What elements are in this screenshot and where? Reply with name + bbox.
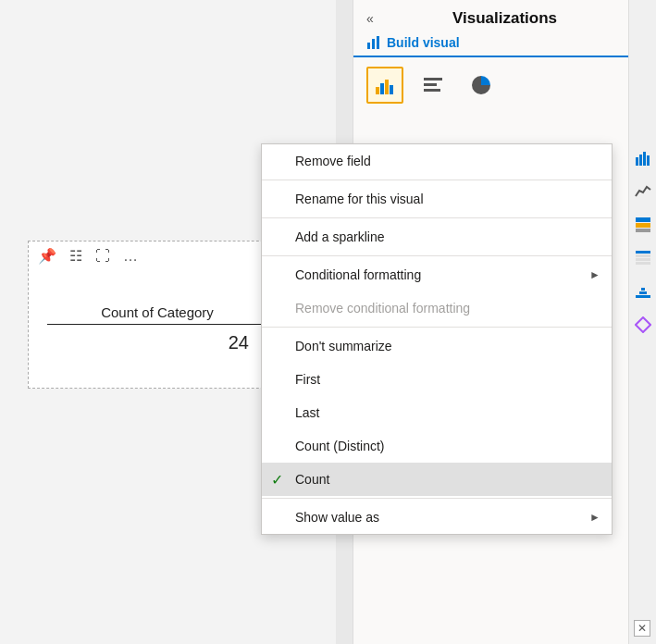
menu-item-count-label: Count	[295, 472, 329, 487]
menu-item-count-distinct-label: Count (Distinct)	[295, 439, 384, 453]
sidebar-icon-table[interactable]	[633, 248, 653, 268]
viz-panel-arrows: «	[366, 11, 374, 26]
svg-rect-10	[636, 157, 638, 166]
menu-item-remove-conditional-label: Remove conditional formatting	[295, 301, 470, 316]
close-icon: ✕	[637, 622, 647, 635]
sidebar-icon-diamond[interactable]	[633, 315, 653, 335]
menu-item-dont-summarize-label: Don't summarize	[295, 339, 392, 353]
menu-item-last[interactable]: Last	[262, 396, 612, 429]
svg-rect-4	[380, 83, 384, 94]
menu-divider-2	[262, 217, 612, 218]
close-button[interactable]: ✕	[634, 620, 650, 637]
menu-item-conditional-formatting-label: Conditional formatting	[295, 267, 421, 282]
filter-icon[interactable]: ☷	[69, 247, 82, 265]
svg-rect-14	[636, 217, 650, 222]
svg-rect-20	[636, 262, 650, 265]
build-visual-icon	[366, 35, 381, 50]
arrow-icon-show-value: ►	[589, 511, 600, 524]
viz-icon-clustered-bar[interactable]	[366, 67, 403, 104]
svg-rect-22	[639, 291, 647, 294]
expand-icon[interactable]: ⛶	[95, 248, 110, 265]
menu-item-last-label: Last	[295, 405, 319, 420]
viz-icon-bar[interactable]	[415, 67, 452, 104]
menu-item-conditional-formatting[interactable]: Conditional formatting ►	[262, 258, 612, 291]
menu-item-add-sparkline[interactable]: Add a sparkline	[262, 220, 612, 254]
svg-rect-0	[367, 43, 370, 49]
svg-rect-5	[385, 80, 389, 94]
menu-divider-4	[262, 327, 612, 328]
svg-rect-1	[372, 39, 375, 49]
svg-rect-12	[643, 152, 646, 166]
context-menu: Remove field Rename for this visual Add …	[261, 143, 613, 535]
visual-card-toolbar: 📌 ☷ ⛶ …	[29, 242, 286, 270]
svg-rect-9	[424, 89, 440, 92]
svg-rect-16	[636, 229, 650, 232]
sidebar-icon-line-chart[interactable]	[633, 181, 653, 202]
menu-item-remove-field-label: Remove field	[295, 154, 371, 168]
svg-rect-8	[424, 83, 437, 86]
arrow-left[interactable]: «	[366, 11, 374, 26]
svg-rect-7	[424, 78, 442, 80]
menu-divider-3	[262, 255, 612, 256]
svg-rect-21	[636, 295, 650, 298]
svg-rect-13	[647, 155, 650, 166]
visual-card-content: Count of Category 24	[29, 270, 286, 388]
svg-rect-15	[636, 223, 650, 228]
menu-divider-5	[262, 498, 612, 499]
svg-rect-17	[636, 251, 650, 254]
svg-rect-19	[636, 258, 650, 261]
viz-panel-title: Visualizations	[452, 9, 557, 28]
menu-item-add-sparkline-label: Add a sparkline	[295, 229, 385, 244]
menu-item-first-label: First	[295, 372, 320, 387]
svg-rect-11	[639, 155, 642, 166]
svg-rect-2	[377, 36, 379, 49]
menu-item-remove-field[interactable]: Remove field	[262, 144, 612, 178]
visual-card: 📌 ☷ ⛶ … Count of Category 24	[28, 241, 287, 389]
sidebar-icon-bar-chart[interactable]	[633, 148, 653, 168]
menu-item-rename-visual[interactable]: Rename for this visual	[262, 182, 612, 216]
pin-icon[interactable]: 📌	[38, 247, 56, 265]
check-icon-count: ✓	[271, 471, 283, 489]
svg-rect-23	[641, 288, 645, 291]
sidebar-icon-stacked-chart[interactable]	[633, 215, 653, 235]
menu-item-rename-visual-label: Rename for this visual	[295, 192, 424, 206]
viz-icon-pie[interactable]	[463, 67, 500, 104]
build-visual-label: Build visual	[387, 35, 460, 50]
menu-item-show-value-as[interactable]: Show value as ►	[262, 501, 612, 534]
menu-item-show-value-as-label: Show value as	[295, 510, 379, 525]
menu-divider-1	[262, 180, 612, 180]
viz-panel-header: « Visualizations »	[353, 0, 656, 28]
menu-item-remove-conditional: Remove conditional formatting	[262, 291, 612, 325]
menu-item-first[interactable]: First	[262, 363, 612, 396]
visual-card-title: Count of Category	[47, 304, 267, 325]
svg-rect-3	[376, 87, 379, 94]
menu-item-count[interactable]: ✓ Count	[262, 463, 612, 496]
svg-rect-6	[390, 85, 393, 94]
arrow-icon-conditional: ►	[589, 268, 600, 281]
svg-rect-18	[636, 254, 650, 257]
build-visual-tab[interactable]: Build visual	[353, 28, 656, 57]
viz-icons-row	[353, 57, 656, 109]
more-icon[interactable]: …	[123, 248, 138, 265]
menu-item-dont-summarize[interactable]: Don't summarize	[262, 329, 612, 363]
svg-marker-24	[636, 317, 650, 332]
sidebar-icon-format[interactable]	[633, 281, 653, 302]
right-sidebar	[628, 0, 656, 644]
menu-item-count-distinct[interactable]: Count (Distinct)	[262, 429, 612, 463]
